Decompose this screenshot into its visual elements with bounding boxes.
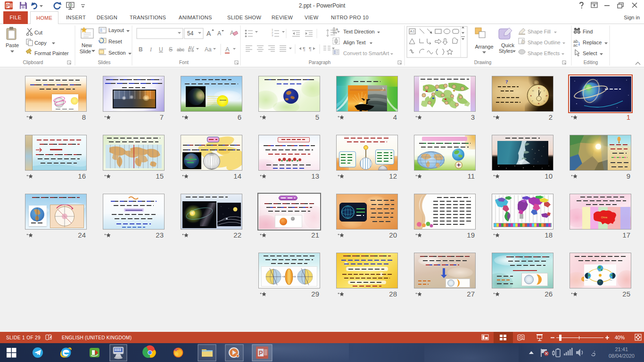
svg-text:40%: 40%: [615, 335, 625, 340]
svg-text:Select: Select: [583, 50, 597, 56]
svg-text:Layout: Layout: [108, 27, 124, 33]
svg-text:Shape Outline: Shape Outline: [528, 40, 561, 45]
svg-text:Replace: Replace: [583, 40, 602, 45]
svg-text:****: ****: [610, 280, 612, 282]
svg-text:¶: ¶: [309, 46, 312, 52]
svg-text:ac: ac: [573, 43, 578, 48]
svg-text:1: 1: [544, 90, 545, 92]
svg-text:7: 7: [532, 100, 533, 102]
svg-text:Text Direction: Text Direction: [343, 29, 375, 34]
svg-text:A: A: [410, 29, 413, 33]
svg-text:Convert to SmartArt: Convert to SmartArt: [343, 50, 389, 56]
svg-text:Paragraph: Paragraph: [309, 60, 331, 65]
svg-text:A: A: [217, 30, 221, 37]
svg-text:Format Painter: Format Painter: [34, 50, 69, 56]
svg-text:Shape Fill: Shape Fill: [528, 29, 551, 34]
svg-text:Slide: Slide: [80, 49, 91, 54]
svg-text:Drawing: Drawing: [474, 60, 492, 65]
svg-text:Editing: Editing: [584, 60, 598, 65]
svg-text:A: A: [225, 46, 230, 53]
svg-text:P: P: [6, 3, 9, 8]
svg-text:Section: Section: [108, 50, 126, 56]
svg-text:Find: Find: [583, 29, 593, 34]
svg-text:ENGLISH (UNITED KINGDOM): ENGLISH (UNITED KINGDOM): [62, 335, 132, 340]
svg-text:Arrange: Arrange: [475, 44, 493, 49]
svg-text:11: 11: [532, 90, 534, 92]
svg-text:B: B: [139, 46, 143, 53]
svg-text:New: New: [82, 42, 92, 48]
svg-text:****: ****: [597, 284, 600, 286]
svg-text:****: ****: [585, 280, 588, 282]
svg-text:Cut: Cut: [34, 30, 42, 35]
svg-text:3: 3: [272, 34, 273, 37]
svg-text:Quick: Quick: [501, 42, 515, 48]
svg-text:Reset: Reset: [108, 39, 122, 44]
svg-text:S: S: [169, 46, 173, 53]
svg-text:Align Text: Align Text: [343, 40, 366, 45]
svg-text:I: I: [149, 46, 152, 53]
svg-text:¶: ¶: [303, 46, 305, 52]
svg-text:SLIDE 1 OF 29: SLIDE 1 OF 29: [6, 335, 41, 340]
svg-text:Aa: Aa: [205, 46, 212, 53]
svg-text:U: U: [159, 46, 163, 53]
svg-text:***: ***: [598, 271, 601, 273]
svg-text:A: A: [336, 27, 339, 32]
svg-text:Shape Effects: Shape Effects: [528, 50, 560, 56]
svg-text:Clipboard: Clipboard: [23, 60, 43, 65]
svg-text:abc: abc: [177, 47, 184, 52]
svg-text:Copy: Copy: [34, 40, 47, 46]
svg-text:54: 54: [187, 30, 194, 37]
svg-text:Styles: Styles: [499, 48, 513, 54]
svg-text:A: A: [206, 30, 211, 37]
svg-text:China: China: [601, 216, 607, 219]
svg-text:Slides: Slides: [98, 60, 110, 65]
svg-text:Font: Font: [179, 60, 189, 65]
svg-text:5: 5: [544, 100, 545, 102]
svg-text:Paste: Paste: [6, 42, 19, 48]
